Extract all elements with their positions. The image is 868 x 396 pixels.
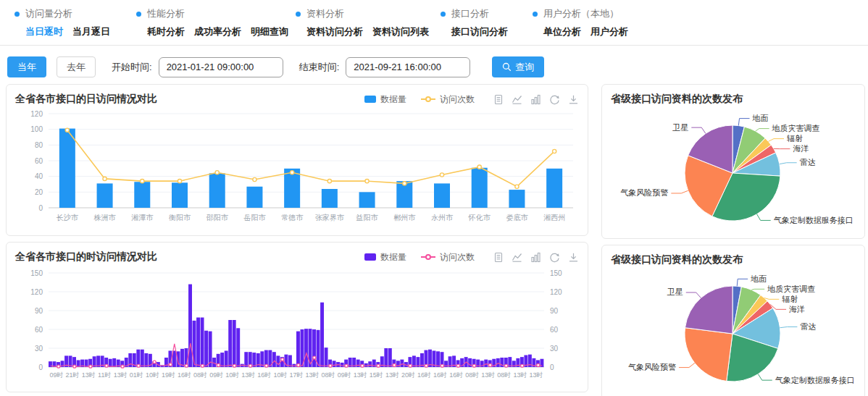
daily-chart-title: 全省各市接口的日访问情况对比	[15, 93, 157, 106]
restore-icon[interactable]	[549, 252, 560, 263]
switch-line-chart-icon[interactable]	[512, 94, 522, 105]
nav-item-4-1[interactable]: 用户分析	[591, 25, 628, 38]
svg-text:长沙市: 长沙市	[57, 214, 79, 222]
nav-item-2-1[interactable]: 资料访问列表	[372, 25, 429, 38]
pie-label-0: 地面	[752, 114, 769, 122]
nav-group-title: 接口分析	[451, 7, 489, 20]
data-view-icon[interactable]	[493, 252, 504, 263]
hourly-chart-legend[interactable]: 数据量 访问次数	[364, 251, 475, 264]
legend-bar-label: 数据量	[380, 251, 406, 264]
svg-text:90: 90	[35, 307, 43, 315]
nav-item-4-0[interactable]: 单位分析	[543, 25, 581, 38]
top-nav: 访问量分析当日逐时当月逐日性能分析耗时分析成功率分析明细查询资料分析资料访问分析…	[0, 0, 868, 38]
svg-text:永州市: 永州市	[431, 214, 454, 222]
svg-text:益阳市: 益阳市	[356, 214, 379, 222]
pie-label-6: 气象风险预警	[628, 363, 676, 371]
nav-item-2-0[interactable]: 资料访问分析	[306, 25, 363, 38]
nav-item-1-0[interactable]: 耗时分析	[147, 25, 185, 38]
pie-label-3: 海洋	[789, 305, 805, 313]
svg-text:30: 30	[550, 345, 559, 353]
daily-bar-line-chart[interactable]: 020406080100120长沙市株洲市湘潭市衡阳市邵阳市岳阳市常德市张家界市…	[15, 108, 579, 229]
svg-text:13时: 13时	[481, 371, 495, 379]
svg-text:09时: 09时	[209, 371, 223, 379]
pie-label-7: 卫星	[672, 123, 688, 132]
end-time-input[interactable]	[346, 57, 470, 77]
search-button-label: 查询	[515, 61, 534, 74]
switch-line-chart-icon[interactable]	[512, 252, 522, 263]
hourly-bar-line-chart[interactable]: 0030306060909012012015015009时21时13时11时13…	[15, 266, 579, 386]
left-column: 全省各市接口的日访问情况对比 数据量 访问次数	[6, 84, 588, 396]
legend-line-swatch	[421, 253, 435, 261]
province-pie-chart-top[interactable]: 地面地质灾害调查辐射海洋雷达气象定制数据服务接口气象风险预警卫星	[611, 108, 856, 232]
svg-text:08时: 08时	[497, 371, 511, 379]
svg-text:13时: 13时	[82, 371, 96, 379]
svg-text:0: 0	[550, 363, 554, 371]
pie-label-4: 雷达	[800, 322, 816, 331]
nav-group-3: 接口分析接口访问分析	[441, 7, 533, 38]
svg-text:150: 150	[550, 269, 562, 277]
end-time-label: 结束时间:	[299, 61, 340, 74]
svg-text:120: 120	[30, 110, 43, 118]
search-icon	[502, 62, 512, 72]
bullet-icon	[14, 12, 20, 17]
pie-label-1: 地质灾害调查	[767, 285, 815, 293]
this-year-button[interactable]: 当年	[7, 56, 46, 77]
legend-bar-label: 数据量	[380, 93, 406, 106]
svg-text:16时: 16时	[417, 371, 431, 379]
svg-text:郴州市: 郴州市	[393, 214, 416, 222]
save-image-icon[interactable]	[568, 94, 579, 105]
search-button[interactable]: 查询	[492, 56, 544, 77]
save-image-icon[interactable]	[568, 252, 579, 263]
svg-text:13时: 13时	[385, 371, 399, 379]
daily-chart-header: 全省各市接口的日访问情况对比 数据量 访问次数	[15, 90, 579, 108]
data-view-icon[interactable]	[493, 94, 504, 105]
svg-text:60: 60	[550, 326, 559, 334]
province-pie-chart-bottom[interactable]: 地面地质灾害调查辐射海洋雷达气象定制数据服务接口气象风险预警卫星	[611, 269, 856, 393]
pie-bottom-title: 省级接口访问资料的次数发布	[611, 253, 743, 266]
pie-label-3: 海洋	[793, 144, 809, 153]
svg-text:娄底市: 娄底市	[506, 214, 528, 222]
pie-label-5: 气象定制数据服务接口	[774, 216, 854, 224]
last-year-button[interactable]: 去年	[57, 56, 96, 77]
start-time-label: 开始时间:	[112, 61, 152, 74]
nav-item-1-1[interactable]: 成功率分析	[194, 25, 241, 38]
legend-line-label: 访问次数	[440, 93, 475, 106]
pie-label-1: 地质灾害调查	[772, 124, 820, 132]
nav-item-3-0[interactable]: 接口访问分析	[451, 25, 508, 38]
svg-text:150: 150	[30, 269, 43, 277]
svg-text:13时: 13时	[306, 371, 320, 379]
nav-item-0-1[interactable]: 当月逐日	[72, 25, 110, 38]
pie-label-2: 辐射	[787, 134, 803, 143]
nav-group-4: 用户分析（本地）单位分析用户分析	[533, 7, 628, 38]
svg-text:邵阳市: 邵阳市	[206, 214, 229, 222]
svg-text:16时: 16时	[257, 371, 271, 379]
svg-text:10时: 10时	[273, 371, 287, 379]
dashboard-page: 访问量分析当日逐时当月逐日性能分析耗时分析成功率分析明细查询资料分析资料访问分析…	[0, 0, 868, 396]
nav-item-0-0[interactable]: 当日逐时	[25, 25, 63, 38]
svg-text:09时: 09时	[50, 371, 64, 379]
svg-text:21时: 21时	[66, 371, 80, 379]
pie-label-5: 气象定制数据服务接口	[775, 376, 855, 384]
legend-line-swatch	[421, 96, 435, 104]
start-time-input[interactable]	[159, 57, 283, 77]
svg-text:20: 20	[35, 188, 43, 196]
svg-text:0: 0	[38, 204, 43, 212]
nav-item-1-2[interactable]: 明细查询	[251, 25, 288, 38]
svg-text:80: 80	[35, 141, 43, 149]
svg-text:15时: 15时	[370, 371, 383, 379]
svg-text:16时: 16时	[178, 371, 191, 379]
hourly-chart-header: 全省各市接口的时访问情况对比 数据量 访问次数	[15, 248, 579, 266]
svg-text:13时: 13时	[241, 371, 255, 379]
svg-text:08时: 08时	[322, 371, 335, 379]
svg-text:株洲市: 株洲市	[93, 214, 117, 222]
switch-bar-chart-icon[interactable]	[530, 252, 541, 263]
pie-label-7: 卫星	[667, 287, 683, 296]
svg-text:60: 60	[35, 326, 43, 334]
hourly-chart-title: 全省各市接口的时访问情况对比	[15, 250, 157, 264]
pie-label-0: 地面	[750, 274, 767, 283]
svg-text:100: 100	[30, 125, 43, 133]
switch-bar-chart-icon[interactable]	[530, 94, 541, 105]
restore-icon[interactable]	[549, 94, 560, 105]
pie-label-6: 气象风险预警	[620, 188, 668, 197]
daily-chart-legend[interactable]: 数据量 访问次数	[364, 93, 475, 106]
